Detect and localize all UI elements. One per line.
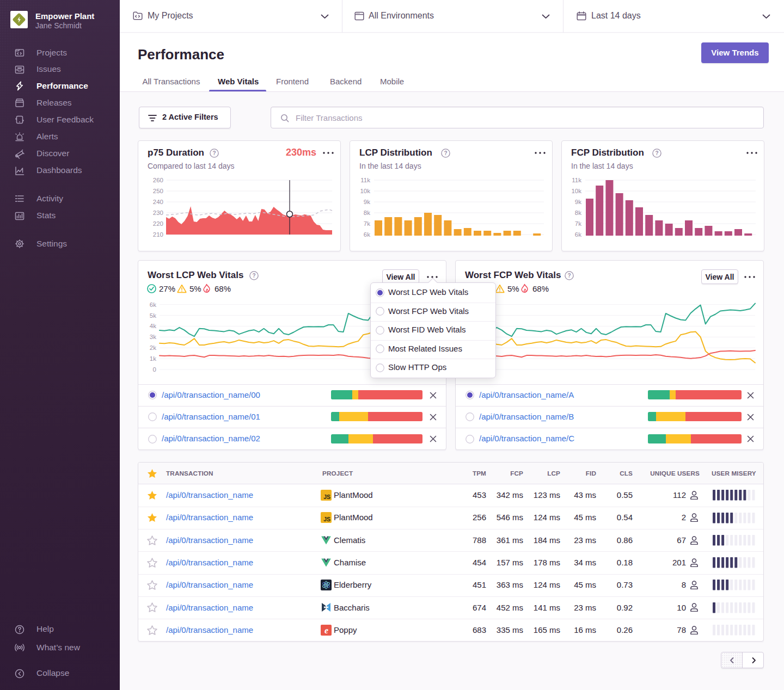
svg-text:?: ? xyxy=(655,150,658,156)
svg-text:2k: 2k xyxy=(150,344,156,351)
svg-text:8k: 8k xyxy=(364,210,370,216)
svg-text:0: 0 xyxy=(153,366,156,373)
svg-text:1k: 1k xyxy=(150,355,156,362)
svg-text:3k: 3k xyxy=(150,334,156,340)
svg-text:?: ? xyxy=(444,150,447,156)
svg-text:220: 220 xyxy=(153,220,163,227)
svg-text:?: ? xyxy=(567,273,571,279)
svg-text:11k: 11k xyxy=(360,177,370,183)
svg-text:9k: 9k xyxy=(575,199,581,205)
svg-text:?: ? xyxy=(252,273,255,279)
svg-text:210: 210 xyxy=(153,231,163,238)
svg-text:260: 260 xyxy=(153,177,163,183)
svg-text:240: 240 xyxy=(153,199,163,205)
svg-text:6k: 6k xyxy=(364,231,370,238)
svg-text:5k: 5k xyxy=(150,312,156,319)
svg-text:11k: 11k xyxy=(572,177,581,183)
svg-text:7k: 7k xyxy=(575,220,581,227)
svg-text:9k: 9k xyxy=(364,199,370,205)
svg-text:6k: 6k xyxy=(575,231,581,238)
svg-text:7k: 7k xyxy=(364,220,370,227)
svg-text:4k: 4k xyxy=(150,323,156,329)
svg-text:10k: 10k xyxy=(360,188,370,194)
svg-text:250: 250 xyxy=(153,188,163,194)
svg-text:?: ? xyxy=(212,150,216,156)
svg-text:e: e xyxy=(324,626,328,635)
svg-text:230: 230 xyxy=(153,210,163,216)
svg-text:JS: JS xyxy=(323,494,330,500)
svg-text:JS: JS xyxy=(323,516,330,522)
svg-text:10k: 10k xyxy=(571,188,581,194)
svg-text:6k: 6k xyxy=(150,301,156,308)
svg-text:8k: 8k xyxy=(575,210,581,216)
